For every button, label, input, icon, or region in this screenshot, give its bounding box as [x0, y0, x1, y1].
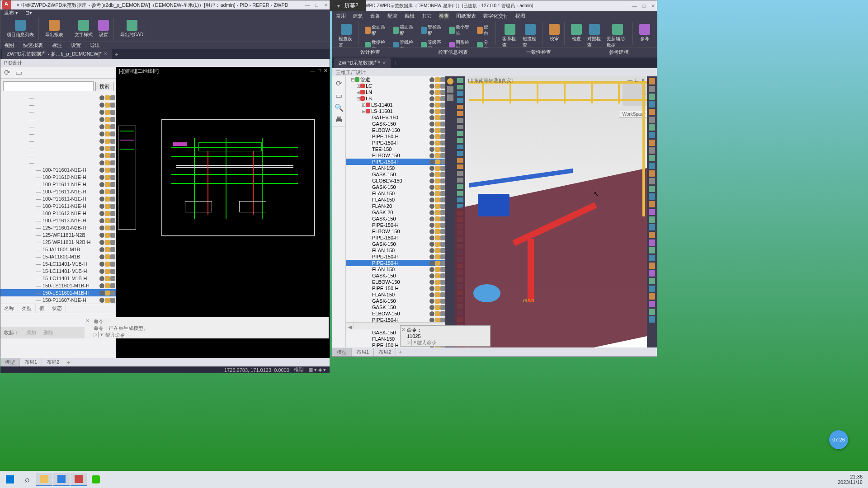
prop-col-name[interactable]: 名称 — [0, 304, 18, 313]
section-quick-report[interactable]: 快速报表 — [23, 42, 43, 49]
section-export[interactable]: 导出 — [90, 42, 100, 49]
section-view[interactable]: 视图 — [4, 42, 14, 49]
view-label-3d[interactable]: [-][东南等轴测][真实] — [468, 77, 513, 84]
tree-row[interactable]: PIPE-150-H — [346, 140, 445, 146]
tab-model[interactable]: 模型 — [0, 358, 20, 366]
tree-row[interactable]: — — [0, 108, 116, 116]
tree-row[interactable]: ELBOW-150 — [346, 228, 445, 235]
tree-row[interactable]: ⊟管道 — [346, 76, 445, 83]
tree-row[interactable]: —15-LC11401-M1B-H — [0, 260, 116, 267]
tree-row[interactable]: FLAN-150 — [346, 165, 445, 171]
3d-tree[interactable]: ⊟管道⊞LC⊞LN⊟LS⊞LS-11401⊟LS-11601GATEV-150G… — [346, 76, 445, 357]
flow-dir-icon[interactable] — [477, 27, 483, 34]
settings-icon[interactable] — [98, 20, 109, 31]
tree-row[interactable]: — — [0, 123, 116, 130]
pid-canvas[interactable]: [-][俯视][二维线框] — □ ✕ — [116, 67, 330, 358]
min-length-icon[interactable] — [449, 27, 455, 34]
canvas-max-icon[interactable]: □ — [635, 77, 638, 83]
cmd-close-icon[interactable]: ✕ — [401, 327, 407, 333]
tree-row[interactable]: —150-P11607-N1E-H — [0, 296, 116, 304]
title-bar-left[interactable]: ▾ 中维ZWPD-ZWPD示范数据库 - 参考[a2db_p_DEMONEW]（… — [0, 0, 330, 9]
tab-layout1[interactable]: 布局1 — [352, 348, 374, 357]
tool-icon[interactable] — [457, 197, 463, 202]
tool-icon[interactable] — [457, 145, 463, 150]
app-a-button[interactable] — [71, 473, 87, 486]
tree-row[interactable]: GASK-150 — [346, 184, 445, 190]
print-icon[interactable]: 🖶 — [335, 116, 343, 124]
section-annotate[interactable]: 标注 — [52, 42, 62, 49]
menu-item[interactable]: 视图 — [515, 13, 525, 19]
tree-row[interactable]: —15-IA11801-M1B — [0, 246, 116, 253]
tool-icon[interactable] — [457, 184, 463, 189]
canvas-close-icon[interactable]: ✕ — [641, 77, 645, 83]
maximize-button[interactable]: □ — [642, 3, 646, 9]
tool-icon[interactable] — [649, 216, 655, 223]
tree-row[interactable]: GLOBEV-150 — [346, 178, 445, 184]
tool-icon[interactable] — [649, 309, 655, 315]
add-tab-button[interactable]: + — [393, 59, 397, 66]
tree-row[interactable]: — — [0, 101, 116, 108]
tool-icon[interactable] — [649, 140, 655, 146]
add-tab-button[interactable]: + — [115, 51, 118, 58]
canvas-view-label[interactable]: [-][俯视][二维线框] — [119, 68, 159, 75]
tab-layout2[interactable]: 布局2 — [374, 348, 396, 357]
tree-row[interactable]: PIPE-150-H — [346, 253, 445, 260]
maximize-button[interactable]: □ — [315, 2, 318, 8]
tool-icon[interactable] — [649, 232, 655, 238]
tool-icon[interactable] — [447, 86, 453, 93]
tree-row[interactable]: — — [0, 116, 116, 123]
tool-icon[interactable] — [457, 138, 463, 143]
tree-row[interactable]: —100-P11611-N1E-H — [0, 195, 116, 202]
prop-col-value[interactable]: 值 — [36, 304, 48, 313]
tool-icon[interactable] — [649, 94, 655, 100]
tree-row[interactable]: —15-IA11801-M1B — [0, 253, 116, 260]
close-button[interactable]: ✕ — [324, 2, 328, 8]
tree-row[interactable]: FLAN-150 — [346, 247, 445, 253]
project-info-icon[interactable] — [15, 20, 26, 31]
tool-icon[interactable] — [649, 278, 655, 284]
tree-row[interactable]: —150-LS11601-M1B-H — [0, 289, 116, 296]
menu-item[interactable]: 数字化交付 — [483, 13, 508, 19]
tool-icon[interactable] — [649, 193, 655, 200]
tree-row[interactable]: — — [0, 137, 116, 145]
tree-row[interactable]: FLAN-20 — [346, 203, 445, 209]
tool-icon[interactable] — [649, 155, 655, 161]
delete-button[interactable]: 删除 — [43, 329, 53, 336]
minimize-button[interactable]: — — [632, 3, 637, 9]
tree-row[interactable]: GASK-150 — [346, 298, 445, 304]
system-clock[interactable]: 21:36 2023/11/16 — [838, 474, 866, 485]
prop-col-type[interactable]: 类型 — [18, 304, 36, 313]
status-model[interactable]: 模型 — [294, 366, 304, 373]
tree-row[interactable]: —125-P11601-N2B-H — [0, 224, 116, 231]
tool-icon[interactable] — [649, 170, 655, 177]
tool-icon[interactable] — [457, 98, 463, 103]
tree-row[interactable]: ELBOW-150 — [346, 127, 445, 133]
tree-row[interactable]: TEE-150 — [346, 146, 445, 152]
section-settings[interactable]: 设置 — [71, 42, 81, 49]
menu-item[interactable]: 检查 — [439, 13, 449, 19]
tree-row[interactable]: — — [0, 159, 116, 166]
tool-icon[interactable] — [649, 117, 655, 123]
cmd-close-icon[interactable]: ✕ — [85, 318, 91, 324]
3d-viewport[interactable]: [-][东南等轴测][真实] — □ ✕ 右 WorkSpace — [455, 76, 657, 357]
command-line-left[interactable]: ✕ 命令： 命令：正在重生成模型。 ▷│▾ — [85, 317, 329, 338]
search-button[interactable]: 搜索 — [95, 82, 113, 91]
tree-row[interactable]: — — [0, 152, 116, 159]
tool-icon[interactable] — [457, 91, 463, 96]
tree-row[interactable]: PIPE-150-H — [346, 222, 445, 228]
start-button[interactable] — [2, 473, 18, 486]
tool-icon[interactable] — [649, 247, 655, 253]
tab-layout2[interactable]: 布局2 — [42, 358, 64, 366]
tool-icon[interactable] — [649, 263, 655, 269]
tool-icon[interactable] — [649, 224, 655, 230]
tree-row[interactable]: ⊞LS-11401 — [346, 102, 445, 108]
tool-icon[interactable] — [649, 201, 655, 207]
relation-check-icon[interactable] — [505, 24, 515, 35]
full-match-icon[interactable] — [365, 27, 371, 34]
tree-row[interactable]: GATEV-150 — [346, 114, 445, 121]
refresh-icon[interactable]: ⟳ — [336, 79, 342, 88]
face-match-icon[interactable] — [393, 27, 399, 34]
explorer-button[interactable] — [36, 473, 52, 486]
review-icon[interactable] — [549, 24, 560, 35]
canvas-max-icon[interactable]: □ — [318, 68, 321, 74]
